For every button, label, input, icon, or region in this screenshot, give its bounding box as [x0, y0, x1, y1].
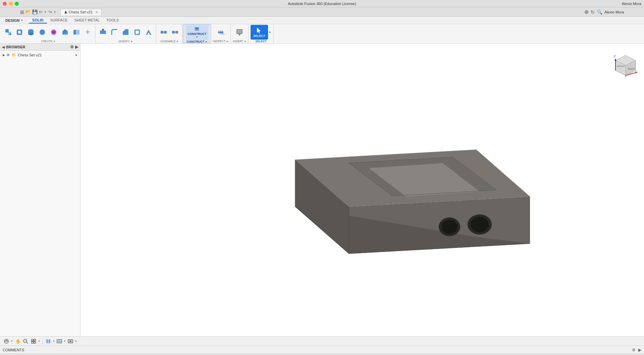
- select-section: SELECT ▼ SELECT: [249, 24, 273, 43]
- move-copy-btn[interactable]: ✛: [83, 25, 93, 40]
- svg-rect-85: [32, 342, 33, 343]
- svg-rect-12: [62, 31, 68, 35]
- user-name-header: Alexio Mora: [604, 10, 624, 14]
- svg-rect-22: [136, 31, 139, 34]
- inspect-measure-btn[interactable]: Inspect: [215, 25, 226, 40]
- svg-text:+: +: [9, 32, 11, 36]
- main-area: ◀ BROWSER ⚙ ▶ ▶ 👁 📁 Chess Set v21 ●: [0, 44, 644, 336]
- fit-arrow[interactable]: ▼: [38, 340, 40, 342]
- model-container: [80, 44, 644, 336]
- fit-btn[interactable]: [30, 338, 37, 345]
- comments-expand-icon[interactable]: ▶: [638, 348, 641, 352]
- create-label: CREATE: [41, 40, 53, 43]
- create-arrow[interactable]: ▼: [53, 40, 55, 43]
- viewport[interactable]: FRONT RIGHT Z: [80, 44, 644, 336]
- traffic-lights: [3, 2, 19, 6]
- shell-btn[interactable]: [132, 25, 143, 40]
- create-cylinder-btn[interactable]: [25, 25, 36, 40]
- viewcube[interactable]: FRONT RIGHT Z: [610, 47, 641, 77]
- construct-arrow[interactable]: ▼: [205, 41, 207, 43]
- svg-rect-86: [34, 342, 36, 343]
- expand-arrow-icon[interactable]: ▶: [3, 53, 5, 57]
- display-arrow[interactable]: ▼: [64, 340, 66, 342]
- svg-point-7: [28, 33, 34, 35]
- orbit-arrow[interactable]: ▼: [11, 340, 13, 342]
- svg-text:Inspect: Inspect: [219, 33, 224, 35]
- design-label[interactable]: DESIGN: [5, 18, 19, 22]
- redo-icon[interactable]: ↪: [48, 9, 52, 14]
- svg-rect-32: [196, 27, 198, 29]
- select-arrow[interactable]: ▼: [269, 31, 271, 34]
- modify-section: MODIFY ▼: [96, 24, 156, 43]
- browser-item-options[interactable]: ●: [75, 53, 77, 57]
- joint-btn[interactable]: [158, 25, 169, 40]
- browser-settings-icon[interactable]: ⚙: [70, 45, 74, 49]
- svg-rect-4: [18, 31, 21, 34]
- mode-tabs: DESIGN ▼ SOLID SURFACE SHEET METAL TOOLS: [0, 17, 644, 24]
- select-btn[interactable]: SELECT: [251, 25, 268, 40]
- assemble-arrow[interactable]: ▼: [176, 40, 178, 43]
- browser-item-root[interactable]: ▶ 👁 📁 Chess Set v21 ●: [1, 52, 79, 58]
- file-tab[interactable]: ♟ Chess Set v21 ✕: [60, 9, 102, 15]
- create-sphere-btn[interactable]: [37, 25, 48, 40]
- inspect-section: Inspect INSPECT ▼: [211, 24, 231, 43]
- appearance-arrow[interactable]: ▼: [75, 340, 77, 342]
- section-arrow[interactable]: ▼: [53, 340, 55, 342]
- zoom-btn[interactable]: +: [22, 338, 29, 345]
- orbit-btn[interactable]: [3, 338, 10, 345]
- close-button[interactable]: [3, 2, 7, 6]
- svg-line-81: [26, 342, 28, 344]
- eye-icon[interactable]: 👁: [6, 53, 10, 57]
- comments-settings-icon[interactable]: ⚙: [632, 348, 636, 352]
- press-pull-btn[interactable]: [98, 25, 108, 40]
- modify-arrow[interactable]: ▼: [130, 40, 133, 43]
- minimize-button[interactable]: [9, 2, 13, 6]
- browser-expand-icon[interactable]: ▶: [75, 45, 78, 49]
- tab-label: Chess Set v21: [69, 10, 93, 14]
- svg-rect-84: [34, 339, 36, 341]
- svg-marker-20: [123, 29, 128, 35]
- 3d-model-svg: [195, 93, 530, 287]
- construct-btn[interactable]: CONSTRUCT *: [186, 25, 208, 40]
- design-arrow[interactable]: ▼: [20, 19, 23, 22]
- save-icon[interactable]: 💾: [32, 9, 38, 14]
- svg-rect-28: [172, 31, 175, 34]
- create-section: +: [1, 24, 96, 43]
- insert-arrow[interactable]: ▼: [244, 40, 246, 43]
- browser-collapse-icon[interactable]: ◀: [2, 45, 5, 49]
- assemble-section: ASSEMBLE ▼: [156, 24, 183, 43]
- pan-btn[interactable]: ✋: [14, 338, 21, 345]
- new-component-btn[interactable]: +: [3, 25, 13, 40]
- tab-close[interactable]: ✕: [95, 10, 98, 14]
- browser-title: BROWSER: [6, 45, 25, 49]
- bottom-toolbar: ▼ ✋ + ▼ ▼ ▼ ▼: [0, 336, 644, 346]
- refresh-icon[interactable]: ↻: [591, 9, 595, 15]
- insert-btn[interactable]: [234, 25, 245, 40]
- undo-icon[interactable]: ↩: [39, 9, 43, 14]
- svg-marker-19: [102, 29, 104, 31]
- create-mirror-btn[interactable]: [71, 25, 82, 40]
- svg-text:RIGHT: RIGHT: [628, 68, 636, 70]
- open-icon[interactable]: 📂: [25, 9, 31, 14]
- section-analysis-btn[interactable]: [45, 338, 52, 345]
- chamfer-btn[interactable]: [120, 25, 131, 40]
- display-settings-btn[interactable]: [56, 338, 63, 345]
- add-tab-icon[interactable]: ⊕: [584, 9, 589, 15]
- fillet-btn[interactable]: [109, 25, 120, 40]
- tab-surface[interactable]: SURFACE: [47, 17, 71, 23]
- inspect-arrow[interactable]: ▼: [226, 40, 228, 43]
- create-extrude-btn[interactable]: [60, 25, 70, 40]
- tab-tools[interactable]: TOOLS: [103, 17, 122, 23]
- create-coil-btn[interactable]: [48, 25, 59, 40]
- apps-icon[interactable]: ⊞: [20, 9, 24, 15]
- draft-btn[interactable]: [143, 25, 154, 40]
- maximize-button[interactable]: [15, 2, 19, 6]
- appearance-btn[interactable]: [67, 338, 74, 345]
- tab-solid[interactable]: SOLID: [29, 17, 47, 23]
- asbuilt-joint-btn[interactable]: [170, 25, 180, 40]
- create-box-btn[interactable]: [14, 25, 25, 40]
- search-icon[interactable]: 🔍: [597, 9, 602, 15]
- tab-sheet-metal[interactable]: SHEET METAL: [71, 17, 103, 23]
- browser-sidebar: ◀ BROWSER ⚙ ▶ ▶ 👁 📁 Chess Set v21 ●: [0, 44, 80, 336]
- svg-marker-43: [257, 28, 261, 34]
